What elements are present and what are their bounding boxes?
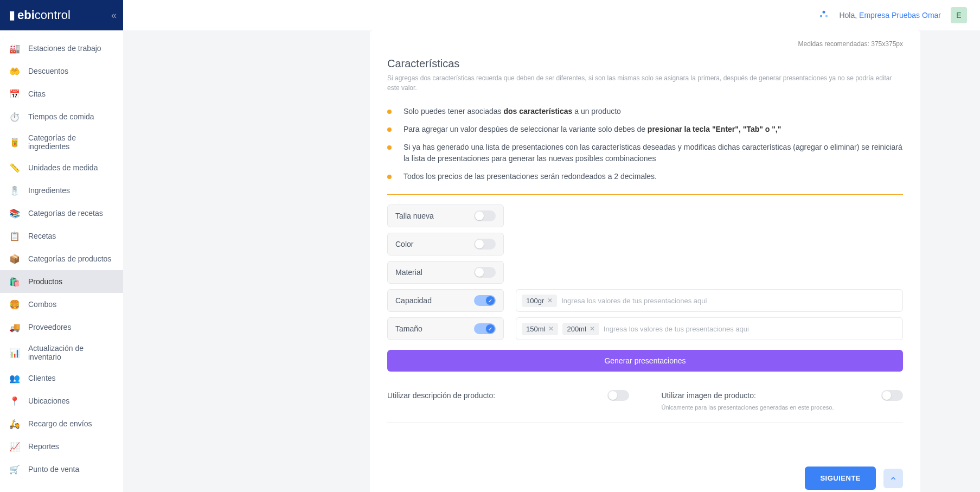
sidebar-item-recargo-envios[interactable]: 🛵Recargo de envíos (0, 412, 123, 435)
tag-text-input[interactable] (604, 325, 897, 333)
bullet-item: Solo puedes tener asociadas dos caracter… (387, 103, 903, 120)
characteristic-toggle[interactable]: ✓ (474, 323, 496, 334)
sidebar-item-unidades-de-medida[interactable]: 📏Unidades de medida (0, 156, 123, 179)
sidebar-item-label: Clientes (28, 374, 56, 382)
sidebar-item-categorias-ingredientes[interactable]: 🥫Categorías de ingredientes (0, 128, 123, 156)
section-title: Características (387, 57, 903, 70)
characteristic-tag-input[interactable]: 100gr✕ (516, 289, 903, 312)
app-header: ▮ ebicontrol « Hola, Empresa Pruebas Oma… (0, 0, 980, 30)
characteristic-toggle[interactable] (474, 210, 496, 221)
sidebar-item-ubicaciones[interactable]: 📍Ubicaciones (0, 389, 123, 412)
characteristic-toggle-box: Material (387, 261, 504, 284)
estaciones-de-trabajo-icon: 🏭 (9, 42, 21, 54)
characteristic-toggle-box: Capacidad✓ (387, 289, 504, 312)
scroll-to-top-button[interactable] (883, 469, 903, 488)
bullet-text: Si ya has generado una lista de presenta… (403, 142, 903, 164)
characteristic-label: Tamaño (395, 324, 422, 333)
descuentos-icon: 🤲 (9, 65, 21, 77)
characteristic-label: Talla nueva (395, 212, 434, 220)
sidebar-item-productos[interactable]: 🛍️Productos (0, 270, 123, 293)
sidebar-item-clientes[interactable]: 👥Clientes (0, 367, 123, 389)
greeting-name: Empresa Pruebas Omar (859, 11, 941, 20)
tag-remove-icon[interactable]: ✕ (548, 325, 554, 333)
section-description: Si agregas dos características recuerda … (387, 73, 903, 93)
user-avatar[interactable]: E (951, 7, 967, 23)
ingredientes-icon: 🧂 (9, 184, 21, 196)
generate-presentations-button[interactable]: Generar presentaciones (387, 350, 903, 372)
tag-remove-icon[interactable]: ✕ (590, 325, 595, 333)
sidebar-item-proveedores[interactable]: 🚚Proveedores (0, 316, 123, 338)
bullet-dot-icon (387, 127, 392, 132)
sidebar-item-label: Tiempos de comida (28, 112, 94, 121)
sidebar-item-label: Citas (28, 90, 46, 98)
characteristic-toggle-box: Color (387, 233, 504, 255)
use-image-toggle[interactable] (881, 390, 903, 401)
tag-text-input[interactable] (561, 297, 897, 305)
tag-label: 150ml (526, 325, 545, 333)
sidebar-item-recetas[interactable]: 📋Recetas (0, 225, 123, 247)
bullet-text: Solo puedes tener asociadas dos caracter… (403, 106, 621, 117)
sidebar-item-label: Punto de venta (28, 465, 79, 474)
toggle-knob: ✓ (486, 324, 495, 333)
sidebar-item-categorias-recetas[interactable]: 📚Categorías de recetas (0, 202, 123, 225)
bullet-text: Para agregar un valor despúes de selecci… (403, 124, 781, 135)
sidebar-item-label: Proveedores (28, 323, 71, 331)
unidades-de-medida-icon: 📏 (9, 162, 21, 174)
divider (387, 423, 903, 423)
sidebar-item-punto-de-venta[interactable]: 🛒Punto de venta (0, 458, 123, 481)
proveedores-icon: 🚚 (9, 321, 21, 333)
footer-actions: SIGUIENTE (387, 467, 903, 490)
sidebar-item-reportes[interactable]: 📈Reportes (0, 435, 123, 458)
toggle-knob (475, 212, 484, 220)
sidebar-item-label: Categorías de productos (28, 254, 111, 263)
sidebar-item-label: Reportes (28, 442, 59, 451)
characteristic-row: Material (387, 261, 903, 284)
sidebar-item-categorias-productos[interactable]: 📦Categorías de productos (0, 247, 123, 270)
characteristic-toggle-box: Talla nueva (387, 205, 504, 227)
categorias-productos-icon: 📦 (9, 253, 21, 265)
use-description-toggle[interactable] (607, 390, 629, 401)
sidebar-item-ingredientes[interactable]: 🧂Ingredientes (0, 179, 123, 202)
next-button[interactable]: SIGUIENTE (805, 467, 876, 490)
sidebar-item-label: Ubicaciones (28, 397, 69, 405)
sidebar-item-descuentos[interactable]: 🤲Descuentos (0, 60, 123, 82)
characteristic-tag-input[interactable]: 150ml✕200ml✕ (516, 317, 903, 340)
sidebar-item-label: Ingredientes (28, 186, 70, 195)
sidebar-item-label: Recetas (28, 232, 56, 240)
recetas-icon: 📋 (9, 230, 21, 242)
use-image-label: Utilizar imagen de producto: (662, 391, 756, 400)
sidebar-item-label: Productos (28, 277, 62, 286)
toggle-knob: ✓ (486, 296, 495, 305)
sidebar-item-combos[interactable]: 🍔Combos (0, 293, 123, 316)
recargo-envios-icon: 🛵 (9, 418, 21, 430)
use-description-label: Utilizar descripción de producto: (387, 391, 495, 400)
characteristic-label: Color (395, 240, 413, 248)
characteristic-label: Capacidad (395, 296, 432, 305)
characteristic-toggle[interactable] (474, 267, 496, 278)
greeting-prefix: Hola, (839, 11, 859, 20)
product-options-row: Utilizar descripción de producto: Utiliz… (387, 386, 903, 411)
sidebar-item-label: Descuentos (28, 67, 68, 75)
characteristic-toggle[interactable]: ✓ (474, 295, 496, 306)
sidebar-item-actualizacion-inventario[interactable]: 📊Actualización de inventario (0, 338, 123, 367)
combos-icon: 🍔 (9, 298, 21, 310)
sidebar: 🏭Estaciones de trabajo🤲Descuentos📅Citas⏱… (0, 30, 123, 492)
greeting-text: Hola, Empresa Pruebas Omar (839, 11, 941, 20)
toggle-knob (475, 268, 484, 277)
sidebar-item-tiempos-de-comida[interactable]: ⏱️Tiempos de comida (0, 105, 123, 128)
sparkle-icon[interactable] (818, 10, 829, 21)
sidebar-item-label: Unidades de medida (28, 163, 98, 172)
logo-rest-part: control (35, 8, 71, 22)
bullet-dot-icon (387, 145, 392, 150)
sidebar-item-label: Actualización de inventario (28, 344, 114, 361)
tag-remove-icon[interactable]: ✕ (547, 297, 553, 304)
characteristic-toggle[interactable] (474, 239, 496, 250)
clientes-icon: 👥 (9, 372, 21, 384)
app-logo: ▮ ebicontrol (9, 8, 71, 22)
sidebar-item-label: Categorías de recetas (28, 209, 103, 218)
sidebar-item-estaciones-de-trabajo[interactable]: 🏭Estaciones de trabajo (0, 37, 123, 60)
ubicaciones-icon: 📍 (9, 395, 21, 407)
sidebar-collapse-icon[interactable]: « (111, 10, 117, 21)
sidebar-item-citas[interactable]: 📅Citas (0, 82, 123, 105)
bullet-dot-icon (387, 175, 392, 179)
